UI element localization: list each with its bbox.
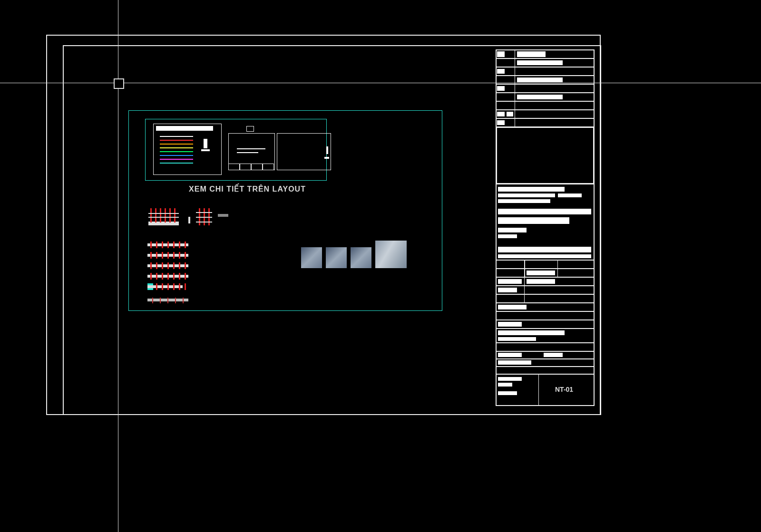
nested-figure-2 (201, 149, 210, 151)
tb-rev-r5-c1 (496, 294, 525, 303)
tb-row-t6-div (496, 93, 515, 101)
detail-group-1b (196, 208, 215, 227)
tb-info-line-1 (498, 187, 565, 192)
detail-row-2 (147, 252, 188, 259)
tb-rev-r7 (496, 311, 594, 320)
tb-logo-box (496, 127, 594, 184)
nested-panel-2-sub4 (263, 164, 274, 170)
legend-line-0 (160, 136, 193, 137)
nested-figure (204, 139, 207, 148)
tb-fill-t2 (517, 60, 563, 65)
detail-1b-note (218, 214, 228, 217)
nested-panel-1 (153, 124, 222, 175)
nested-panel-3 (277, 133, 331, 170)
tb-rev-r1-c2 (525, 260, 558, 269)
legend-line-2 (160, 144, 193, 145)
tb-info-line-9 (498, 254, 591, 258)
tb-rev-r2-c1 (496, 269, 525, 277)
crosshair-pickbox (114, 78, 124, 89)
nested-title-bar (156, 126, 213, 131)
tb-info-line-2b (558, 193, 582, 197)
title-block: NT-01 (496, 49, 595, 406)
nested-p3-mark2 (324, 157, 329, 159)
tb-rev-r10 (496, 343, 594, 351)
tb-info-line-7 (498, 234, 517, 238)
tb-rev-r3-f1 (498, 279, 522, 284)
nested-panel-2-sub2 (240, 164, 251, 170)
tb-rev-r8-f (498, 322, 522, 327)
nested-panel-2-sub3 (251, 164, 263, 170)
tb-rev-r6-f (498, 305, 527, 310)
legend-line-5 (160, 155, 193, 156)
legend-line-1 (160, 140, 193, 141)
nested-text-line-2 (237, 152, 258, 153)
tb-info-line-6 (498, 228, 527, 232)
legend-line-3 (160, 147, 193, 148)
tb-info-line-3 (498, 199, 550, 203)
tb-info-line-5 (498, 217, 569, 224)
tb-fill-t8a (497, 112, 505, 116)
nested-text-line-1 (237, 148, 265, 149)
tb-rev-r4-f (498, 288, 517, 292)
tb-fill-t4 (517, 77, 563, 82)
legend-line-6 (160, 159, 193, 160)
detail-row-4 (147, 273, 188, 280)
tb-row-t2-div (496, 58, 515, 67)
tb-sheet-left-f1 (498, 377, 522, 381)
tb-fill-t5a (497, 86, 505, 91)
tb-info-line-8 (498, 247, 591, 252)
tb-bottom-2-f (498, 360, 531, 365)
main-label: XEM CHI TIẾT TRÊN LAYOUT (181, 184, 314, 193)
tb-rev-r9-f1 (498, 330, 565, 335)
tb-rev-r9-f2 (498, 337, 536, 341)
ref-thumb-2 (326, 247, 347, 268)
tb-rev-r1-c1 (496, 260, 525, 269)
tb-sheet-left-f3 (498, 391, 517, 395)
detail-row-6 (147, 298, 188, 303)
tb-row-t7-div (496, 101, 515, 110)
legend-line-7 (160, 163, 193, 164)
ref-thumb-3 (351, 247, 371, 268)
tb-bottom-1-f2 (544, 353, 563, 357)
detail-1-symbol (188, 217, 190, 223)
nested-small-box (246, 126, 254, 132)
tb-bottom-1-f (498, 353, 522, 357)
tb-bottom-3 (496, 367, 594, 374)
detail-row-1 (147, 242, 188, 248)
ref-thumb-4 (375, 241, 407, 268)
tb-fill-t1b (517, 51, 546, 57)
tb-fill-t9 (497, 120, 505, 125)
ref-thumb-1 (301, 247, 322, 268)
tb-fill-t8b (507, 112, 513, 116)
tb-info-line-2 (498, 193, 555, 197)
nested-panel-2-sub1 (228, 164, 240, 170)
tb-fill-t1a (497, 51, 505, 57)
detail-row-5 (147, 283, 188, 290)
legend-line-4 (160, 151, 193, 152)
tb-rev-r3-f2 (527, 279, 555, 284)
tb-fill-t3a (497, 69, 505, 74)
tb-rev-r2-f (527, 271, 555, 275)
nested-p3-mark (326, 146, 328, 154)
detail-group-1 (148, 208, 186, 227)
tb-info-line-4 (498, 209, 591, 214)
tb-sheet-left-f2 (498, 383, 512, 387)
sheet-number: NT-01 (555, 386, 573, 393)
detail-row-3 (147, 262, 188, 269)
tb-fill-t6 (517, 95, 563, 99)
